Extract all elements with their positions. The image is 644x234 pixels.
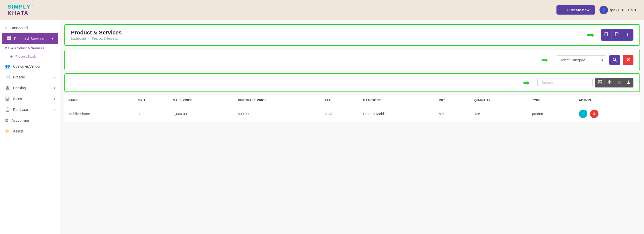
breadcrumb-home-link[interactable]: Dashboard	[71, 37, 86, 40]
active-sub-label: Product & Services	[14, 46, 44, 50]
search-icon	[612, 57, 617, 63]
sidebar-item-product-stock[interactable]: ⊙ Product Stock	[0, 52, 60, 61]
version-number: 2.1	[5, 46, 10, 50]
col-purchase-price: PURCHASE PRICE	[234, 95, 320, 106]
export-csv-button[interactable]	[612, 30, 622, 40]
language-label: EN	[628, 8, 633, 12]
user-avatar: 👤	[599, 6, 608, 14]
banking-chevron-icon: ›	[54, 86, 55, 90]
product-icon	[7, 36, 11, 41]
product-stock-icon: ⊙	[10, 55, 13, 58]
toolbar-group	[595, 78, 633, 87]
edit-button[interactable]	[579, 110, 587, 118]
file-csv-icon	[615, 32, 619, 38]
create-new-label: + Create new	[566, 8, 589, 12]
download-icon	[627, 80, 631, 85]
sales-chevron-icon: ›	[54, 97, 55, 101]
search-green-arrow: ➡	[523, 78, 530, 87]
user-menu[interactable]: 👤 fpo21 ▾	[599, 6, 624, 14]
sidebar-label-product-stock: Product Stock	[15, 55, 36, 58]
cell-action	[575, 106, 640, 122]
sidebar-version: 2.1 ◂ Product & Services	[0, 44, 60, 52]
col-type: TYPE	[528, 95, 575, 106]
logo-line2: KHATA	[8, 10, 34, 16]
header-actions: ➡	[587, 29, 633, 41]
sidebar-item-purchase[interactable]: 📋 Purchase ›	[0, 104, 60, 115]
sidebar-item-assets[interactable]: 📁 Assets	[0, 126, 60, 136]
table-row: Mobile Phone 1 1,000.00 500.00 IGST Prod…	[64, 106, 640, 122]
move-icon-button[interactable]	[605, 78, 614, 87]
filter-search-button[interactable]	[609, 55, 620, 65]
sidebar-item-dashboard[interactable]: ⌂ Dashboard	[0, 23, 60, 33]
sidebar-item-accounting[interactable]: ⚖ Accounting	[0, 115, 60, 126]
search-input[interactable]	[537, 78, 593, 87]
image-icon	[598, 80, 602, 85]
breadcrumb-separator: >	[88, 37, 89, 40]
category-select[interactable]: Select Category Electronics Clothing Foo…	[556, 55, 606, 65]
sidebar: ⌂ Dashboard Product & Services ▾ 2.1 ◂ P…	[0, 20, 60, 234]
list-icon	[617, 80, 621, 85]
page-header-section: Product & Services Dashboard > Product &…	[64, 24, 640, 46]
col-action: ACTION	[575, 95, 640, 106]
reset-icon	[626, 58, 630, 63]
move-icon	[608, 80, 612, 85]
add-product-button[interactable]: +	[622, 30, 633, 40]
filter-section: ➡ Select Category Electronics Clothing F…	[64, 50, 640, 70]
sidebar-item-customer-vendor[interactable]: 👥 Customer/Vendor ›	[0, 61, 60, 72]
content-area: Product & Services Dashboard > Product &…	[60, 20, 644, 234]
sidebar-label-presale: Presale	[13, 75, 25, 79]
delete-button[interactable]	[590, 110, 598, 118]
sidebar-label-sales: Sales	[13, 97, 22, 101]
purchase-icon: 📋	[5, 107, 10, 112]
svg-line-7	[615, 60, 616, 61]
sidebar-item-product-services[interactable]: Product & Services ▾	[2, 33, 58, 44]
sidebar-label-dashboard: Dashboard	[11, 26, 28, 30]
cell-tax: IGST	[321, 106, 359, 122]
sidebar-label-product-services: Product & Services	[14, 37, 44, 41]
lang-chevron-icon: ▾	[634, 8, 636, 12]
cell-purchase-price: 500.00	[234, 106, 320, 122]
header-right: + + Create new 👤 fpo21 ▾ EN ▾	[556, 5, 636, 15]
sidebar-item-presale[interactable]: 🧾 Presale ›	[0, 72, 60, 82]
sidebar-label-assets: Assets	[13, 129, 24, 133]
col-name: NAME	[64, 95, 134, 106]
svg-rect-0	[7, 36, 9, 38]
sidebar-label-banking: Banking	[13, 86, 26, 90]
cell-quantity: 136	[470, 106, 528, 122]
presale-chevron-icon: ›	[54, 75, 55, 79]
table-section: NAME SKU SALE PRICE PURCHASE PRICE TAX C…	[64, 95, 640, 122]
export-pdf-button[interactable]	[601, 30, 612, 40]
plus-add-icon: +	[626, 32, 629, 38]
sidebar-label-accounting: Accounting	[12, 118, 29, 122]
svg-rect-1	[9, 36, 11, 38]
product-chevron-icon: ▾	[52, 37, 53, 40]
page-title: Product & Services	[71, 29, 122, 36]
table-header-row: NAME SKU SALE PRICE PURCHASE PRICE TAX C…	[64, 95, 640, 106]
user-icon: 👤	[601, 7, 607, 13]
language-selector[interactable]: EN ▾	[628, 8, 636, 12]
col-sku: SKU	[134, 95, 169, 106]
list-view-button[interactable]	[614, 78, 624, 87]
filter-reset-button[interactable]	[623, 55, 633, 65]
logo-tm: ™	[31, 4, 34, 7]
image-view-button[interactable]	[595, 78, 605, 87]
presale-icon: 🧾	[5, 75, 10, 79]
create-new-button[interactable]: + + Create new	[556, 5, 595, 15]
logo: SIMPLY™ KHATA	[8, 4, 34, 16]
plus-icon: +	[562, 8, 564, 12]
sidebar-item-sales[interactable]: 📊 Sales ›	[0, 93, 60, 104]
col-tax: TAX	[321, 95, 359, 106]
accounting-icon: ⚖	[5, 118, 9, 123]
download-button[interactable]	[624, 78, 633, 87]
breadcrumb-current: Product & Services	[92, 37, 118, 40]
customer-vendor-chevron-icon: ›	[54, 65, 55, 68]
username-label: fpo21	[610, 8, 620, 12]
header-green-arrow: ➡	[587, 30, 594, 40]
purchase-chevron-icon: ›	[54, 108, 55, 111]
header-button-group: +	[601, 29, 633, 41]
col-sale-price: SALE PRICE	[169, 95, 234, 106]
breadcrumb: Dashboard > Product & Services	[71, 37, 122, 40]
sidebar-item-banking[interactable]: 🏦 Banking ›	[0, 82, 60, 93]
search-section: ➡	[64, 73, 640, 92]
top-header: SIMPLY™ KHATA + + Create new 👤 fpo21 ▾ E…	[0, 0, 644, 20]
